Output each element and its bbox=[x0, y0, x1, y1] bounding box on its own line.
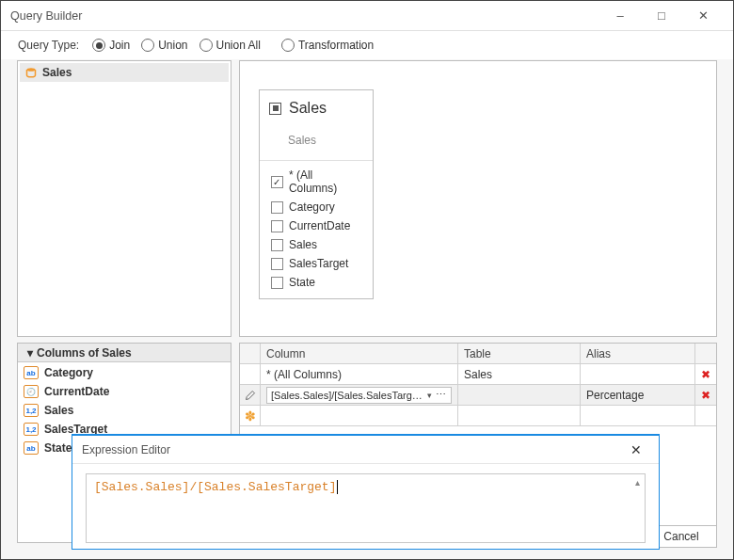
row-delete-button[interactable]: ✖ bbox=[695, 364, 716, 385]
column-checkbox[interactable]: CurrentDate bbox=[271, 219, 363, 232]
tree-item-label: Sales bbox=[42, 66, 72, 79]
expression-dropdown[interactable]: [Sales.Sales]/[Sales.SalesTarget] ▾ ⋯ bbox=[266, 387, 452, 404]
node-columns: * (All Columns) Category CurrentDate Sal… bbox=[269, 168, 363, 289]
new-row-icon: ✽ bbox=[245, 409, 256, 423]
row-gutter: ✽ bbox=[240, 406, 261, 426]
column-label: State bbox=[289, 276, 315, 289]
expression-text: [Sales.Sales]/[Sales.SalesTarget] bbox=[271, 390, 423, 401]
grid-row-new[interactable]: ✽ bbox=[240, 406, 716, 426]
row-alias-cell[interactable]: Percentage bbox=[581, 385, 695, 406]
close-button[interactable]: ✕ bbox=[682, 2, 724, 30]
chevron-down-icon: ▾ bbox=[24, 346, 37, 360]
pencil-icon bbox=[245, 390, 256, 401]
column-label: CurrentDate bbox=[289, 219, 350, 232]
titlebar: Query Builder – □ ✕ bbox=[1, 1, 733, 31]
field-name: CurrentDate bbox=[44, 385, 109, 398]
grid-gutter-header bbox=[240, 344, 261, 364]
modal-body: [Sales.Sales]/[Sales.SalesTarget] ▴ bbox=[72, 464, 659, 549]
column-label: Category bbox=[289, 200, 335, 214]
radio-label: Join bbox=[109, 39, 130, 52]
radio-label: Union bbox=[158, 39, 187, 52]
expression-input[interactable]: [Sales.Sales]/[Sales.SalesTarget] ▴ bbox=[86, 473, 646, 543]
checkbox-icon bbox=[271, 220, 283, 232]
table-node-icon bbox=[269, 103, 281, 115]
query-type-transformation[interactable]: Transformation bbox=[281, 39, 374, 52]
column-checkbox[interactable]: Category bbox=[271, 200, 363, 214]
text-field-icon: ab bbox=[24, 366, 39, 379]
number-field-icon: 1,2 bbox=[24, 423, 39, 436]
modal-close-button[interactable]: ✕ bbox=[623, 438, 649, 462]
chevron-down-icon: ▾ bbox=[427, 391, 432, 400]
node-header: Sales bbox=[269, 100, 363, 117]
grid-row[interactable]: [Sales.Sales]/[Sales.SalesTarget] ▾ ⋯ Pe… bbox=[240, 385, 716, 406]
number-field-icon: 1,2 bbox=[24, 404, 39, 417]
canvas-table-node[interactable]: Sales Sales * (All Columns) Category Cur… bbox=[259, 89, 374, 299]
maximize-button[interactable]: □ bbox=[641, 2, 682, 30]
row-table-cell[interactable] bbox=[458, 406, 581, 426]
text-caret bbox=[337, 480, 338, 494]
radio-icon bbox=[141, 39, 154, 52]
grid-header-alias[interactable]: Alias bbox=[581, 344, 695, 364]
radio-icon bbox=[281, 39, 295, 52]
column-checkbox[interactable]: SalesTarget bbox=[271, 257, 363, 270]
field-item[interactable]: ab Category bbox=[18, 363, 231, 382]
node-subtitle: Sales bbox=[269, 126, 363, 156]
query-builder-window: Query Builder – □ ✕ Query Type: Join Uni… bbox=[0, 0, 734, 560]
query-type-join[interactable]: Join bbox=[92, 39, 130, 52]
row-alias-cell[interactable] bbox=[581, 406, 695, 426]
table-icon bbox=[25, 67, 37, 78]
column-label: Sales bbox=[289, 238, 317, 251]
modal-titlebar: Expression Editor ✕ bbox=[72, 436, 659, 464]
date-field-icon: 🕘 bbox=[24, 385, 39, 398]
text-field-icon: ab bbox=[24, 441, 39, 455]
tree-item-sales[interactable]: Sales bbox=[20, 63, 229, 82]
row-column-cell[interactable] bbox=[261, 406, 458, 426]
column-checkbox[interactable]: Sales bbox=[271, 238, 363, 251]
field-item[interactable]: 1,2 Sales bbox=[18, 401, 231, 420]
expression-editor-dialog: Expression Editor ✕ [Sales.Sales]/[Sales… bbox=[72, 434, 660, 550]
query-type-union-all[interactable]: Union All bbox=[199, 39, 261, 52]
query-type-toolbar: Query Type: Join Union Union All Transfo… bbox=[1, 31, 733, 59]
grid-header-delete bbox=[695, 344, 716, 364]
divider bbox=[260, 160, 373, 161]
grid-row[interactable]: * (All Columns) Sales ✖ bbox=[240, 364, 716, 385]
field-name: Category bbox=[44, 366, 93, 379]
expression-value: [Sales.Sales]/[Sales.SalesTarget] bbox=[94, 480, 336, 494]
row-column-cell[interactable]: * (All Columns) bbox=[261, 364, 458, 385]
checkbox-icon bbox=[271, 277, 283, 289]
radio-label: Transformation bbox=[298, 39, 374, 52]
checkbox-icon bbox=[271, 239, 283, 251]
tables-tree[interactable]: Sales bbox=[17, 60, 231, 337]
radio-icon bbox=[92, 39, 105, 52]
row-delete-button[interactable]: ✖ bbox=[695, 385, 716, 406]
checkbox-icon bbox=[271, 201, 283, 214]
field-name: State bbox=[44, 441, 72, 455]
window-title: Query Builder bbox=[10, 9, 82, 23]
row-table-cell[interactable] bbox=[458, 385, 581, 406]
node-title: Sales bbox=[289, 100, 327, 117]
column-checkbox[interactable]: State bbox=[271, 276, 363, 289]
field-item[interactable]: 🕘 CurrentDate bbox=[18, 382, 231, 401]
row-column-cell[interactable]: [Sales.Sales]/[Sales.SalesTarget] ▾ ⋯ bbox=[261, 385, 458, 406]
field-name: Sales bbox=[44, 404, 73, 417]
row-delete-button bbox=[695, 406, 716, 426]
column-label: * (All Columns) bbox=[289, 168, 363, 195]
ellipsis-icon[interactable]: ⋯ bbox=[436, 389, 447, 401]
row-alias-cell[interactable] bbox=[581, 364, 695, 385]
column-label: SalesTarget bbox=[289, 257, 348, 270]
column-checkbox[interactable]: * (All Columns) bbox=[271, 168, 363, 195]
query-type-label: Query Type: bbox=[18, 39, 79, 52]
scroll-up-icon[interactable]: ▴ bbox=[631, 476, 643, 488]
grid-header-table[interactable]: Table bbox=[458, 344, 581, 364]
radio-icon bbox=[199, 39, 213, 52]
minimize-button[interactable]: – bbox=[599, 2, 641, 30]
columns-panel-header[interactable]: ▾ Columns of Sales bbox=[18, 344, 231, 362]
svg-point-0 bbox=[27, 68, 36, 72]
row-gutter bbox=[240, 364, 261, 385]
modal-title: Expression Editor bbox=[82, 443, 170, 456]
cancel-button-label: Cancel bbox=[663, 530, 698, 543]
query-canvas[interactable]: Sales Sales * (All Columns) Category Cur… bbox=[239, 60, 717, 337]
query-type-union[interactable]: Union bbox=[141, 39, 187, 52]
row-table-cell[interactable]: Sales bbox=[458, 364, 581, 385]
grid-header-column[interactable]: Column bbox=[261, 344, 458, 364]
